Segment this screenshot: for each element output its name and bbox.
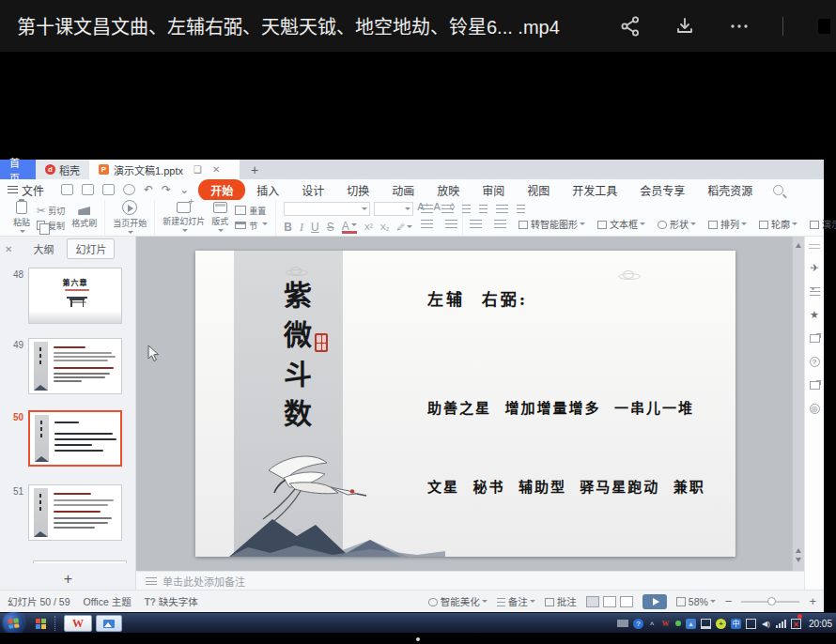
shapes-button[interactable]: 形状 <box>658 217 696 231</box>
prev-next-slide-buttons[interactable] <box>796 547 801 565</box>
zoom-in-button[interactable]: + <box>809 594 816 608</box>
align-left-icon[interactable] <box>421 220 433 228</box>
ribbon-tab-start[interactable]: 开始 <box>198 179 245 201</box>
ribbon-tab-devtools[interactable]: 开发工具 <box>561 180 628 200</box>
missing-font-warning[interactable]: T? 缺失字体 <box>145 594 198 608</box>
comments-button[interactable]: 批注 <box>545 594 577 608</box>
tray-wps-icon[interactable]: W <box>660 619 671 629</box>
slide-thumbnail-50-selected[interactable] <box>28 410 122 467</box>
add-slide-button[interactable]: + <box>0 571 136 588</box>
align-right-icon[interactable] <box>470 220 482 228</box>
justify-icon[interactable] <box>494 220 506 228</box>
bullet-list-icon[interactable] <box>421 205 433 213</box>
tray-status-dot-icon[interactable] <box>675 621 681 626</box>
reset-button[interactable]: 重置 <box>235 205 268 217</box>
tray-safety-icon[interactable]: + <box>716 619 726 629</box>
ribbon-tab-design[interactable]: 设计 <box>290 180 335 200</box>
ribbon-tab-animation[interactable]: 动画 <box>380 180 426 200</box>
theme-name[interactable]: Office 主题 <box>84 594 132 608</box>
taskbar-app-wps[interactable]: W <box>64 615 92 632</box>
underline-button[interactable]: U <box>311 221 319 234</box>
strikethrough-button[interactable]: S <box>327 221 334 234</box>
new-slide-button[interactable]: 新建幻灯片 <box>163 202 205 235</box>
normal-view-icon[interactable] <box>586 596 599 607</box>
tray-window-icon[interactable] <box>746 619 756 629</box>
tray-display-icon[interactable] <box>701 619 711 629</box>
player-control-dot[interactable] <box>416 637 420 641</box>
decrease-indent-icon[interactable] <box>462 205 471 213</box>
signal-strength-icon[interactable] <box>776 620 786 628</box>
zoom-control[interactable]: 58% <box>676 596 716 607</box>
download-icon[interactable] <box>673 15 696 38</box>
slide-sorter-view-icon[interactable] <box>603 596 616 607</box>
slide-thumbnail-48[interactable]: 第六章 <box>28 268 122 324</box>
copy-button[interactable]: 复制 <box>37 220 65 232</box>
tray-image-icon[interactable]: ▴ <box>686 619 696 629</box>
ribbon-tab-view[interactable]: 视图 <box>516 180 561 200</box>
ribbon-tab-slideshow[interactable]: 放映 <box>426 180 471 200</box>
pin-tab-icon[interactable]: ❑ <box>194 164 202 175</box>
play-from-current-button[interactable]: 当页开始 <box>113 200 147 237</box>
smart-beautify-button[interactable]: 智能美化 <box>428 594 488 608</box>
font-color-button[interactable]: A <box>342 222 357 234</box>
duplicate-slide-icon[interactable] <box>810 334 820 343</box>
volume-icon[interactable]: ◀) <box>761 619 771 629</box>
notes-bar[interactable]: 单击此处添加备注 <box>136 571 804 590</box>
highlight-button[interactable]: 🖉 <box>396 222 412 232</box>
line-spacing-icon[interactable] <box>496 205 508 213</box>
quick-tools-icon[interactable]: ✈ <box>810 263 818 273</box>
notes-toggle-button[interactable]: 备注 <box>497 594 535 608</box>
taskbar-clock[interactable]: 20:05 <box>809 619 832 629</box>
layout-button[interactable]: 版式 <box>211 202 228 235</box>
print-icon[interactable] <box>102 184 115 195</box>
slide-50-canvas[interactable]: 紫微斗数 <box>195 251 735 557</box>
bold-button[interactable]: B <box>284 221 292 234</box>
cut-button[interactable]: ✂ 剪切 <box>37 205 65 217</box>
ribbon-tab-docer-resources[interactable]: 稻壳资源 <box>696 180 764 200</box>
more-icon[interactable] <box>728 15 751 38</box>
tray-help-icon[interactable]: ? <box>633 619 643 629</box>
align-center-icon[interactable] <box>445 220 457 228</box>
slide-thumbnail-49[interactable] <box>28 338 122 394</box>
panel-close-icon[interactable]: ✕ <box>5 244 12 254</box>
object-properties-icon[interactable] <box>810 287 820 296</box>
new-tab-button[interactable]: + <box>240 160 270 179</box>
slideshow-play-button[interactable] <box>642 594 667 609</box>
settings-icon[interactable]: ◎ <box>810 404 820 414</box>
taskbar-app-image-viewer[interactable] <box>96 615 122 632</box>
file-menu[interactable]: 文件 <box>0 182 52 198</box>
panel-drag-handle[interactable] <box>809 244 820 249</box>
tray-keyboard-icon[interactable] <box>617 620 628 627</box>
tray-input-method-icon[interactable]: 中 <box>731 619 741 629</box>
export-icon[interactable] <box>82 184 94 195</box>
print-preview-icon[interactable] <box>123 184 135 195</box>
close-tab-icon[interactable]: ✕ <box>212 164 220 175</box>
tab-document[interactable]: P 演示文稿1.pptx ❑ ✕ <box>89 160 240 179</box>
zoom-slider-knob[interactable] <box>767 597 776 606</box>
outline-button[interactable]: 轮廓 <box>759 217 797 231</box>
undo-icon[interactable]: ↶ <box>144 184 153 195</box>
text-direction-icon[interactable] <box>517 205 525 213</box>
ribbon-tab-transition[interactable]: 切换 <box>335 180 380 200</box>
popout-icon[interactable] <box>815 15 830 38</box>
share-icon[interactable] <box>619 15 642 38</box>
canvas-scrollbar[interactable] <box>792 237 804 571</box>
font-size-select[interactable] <box>374 202 413 216</box>
font-family-select[interactable] <box>284 202 370 216</box>
save-icon[interactable] <box>61 184 73 195</box>
superscript-button[interactable]: X² <box>364 222 373 232</box>
redo-icon[interactable]: ↷ <box>162 184 171 195</box>
tab-docer[interactable]: d 稻壳 <box>36 160 89 179</box>
outline-tab[interactable]: 大纲 <box>33 241 54 256</box>
scroll-up-arrow[interactable] <box>796 240 801 248</box>
slides-tab[interactable]: 幻灯片 <box>67 238 115 259</box>
ribbon-tab-insert[interactable]: 插入 <box>245 180 290 200</box>
help-icon[interactable]: ? <box>810 357 820 367</box>
tray-expand-icon[interactable]: ˄ <box>648 619 656 629</box>
italic-button[interactable]: I <box>300 221 303 235</box>
reading-view-icon[interactable] <box>620 596 633 607</box>
taskbar-app-360[interactable] <box>32 615 49 632</box>
zoom-out-button[interactable]: − <box>725 594 733 608</box>
arrange-button[interactable]: 排列 <box>708 217 747 231</box>
paste-button[interactable]: 粘贴 <box>13 201 30 236</box>
